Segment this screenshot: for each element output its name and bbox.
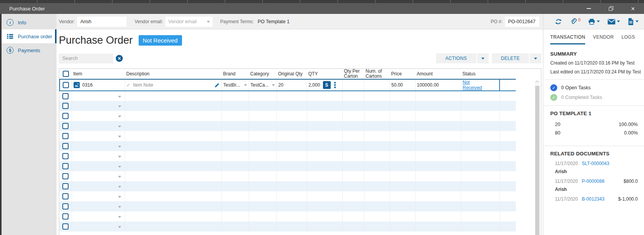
empty-table-row[interactable] xyxy=(60,151,516,161)
close-button[interactable]: × xyxy=(622,3,644,14)
empty-table-row[interactable] xyxy=(60,171,516,181)
row-checkbox[interactable] xyxy=(62,163,69,169)
empty-table-row[interactable] xyxy=(60,161,516,171)
item-image-icon[interactable] xyxy=(74,82,80,88)
row-checkbox[interactable] xyxy=(62,113,69,119)
chevron-down-icon[interactable] xyxy=(118,166,121,168)
row-checkbox[interactable] xyxy=(62,103,69,109)
empty-table-row[interactable] xyxy=(60,221,516,232)
chevron-down-icon[interactable] xyxy=(118,146,121,148)
print-button[interactable] xyxy=(588,18,600,26)
actions-button[interactable]: ACTIONS xyxy=(436,53,476,63)
chevron-down-icon[interactable] xyxy=(118,116,121,118)
row-checkbox[interactable] xyxy=(62,143,69,149)
column-header-original-qty[interactable]: Original Qty xyxy=(276,69,307,79)
column-header-amount[interactable]: Amount xyxy=(415,69,461,79)
edit-pencil-icon[interactable] xyxy=(214,82,220,88)
row-checkbox[interactable] xyxy=(62,133,69,139)
sidebar-item-info[interactable]: Info xyxy=(2,15,57,29)
scrollbar-thumb[interactable] xyxy=(535,86,539,235)
empty-table-row[interactable] xyxy=(60,201,516,211)
column-header-qty[interactable]: QTY xyxy=(307,69,342,79)
qty-s-button[interactable]: S xyxy=(323,81,331,89)
qty-per-carton-cell[interactable] xyxy=(342,79,364,91)
chevron-down-icon[interactable] xyxy=(118,136,121,138)
row-status-link[interactable]: Not Received xyxy=(463,80,488,90)
empty-table-row[interactable] xyxy=(60,91,516,101)
row-checkbox[interactable] xyxy=(62,203,69,209)
column-header-num-of-cartons[interactable]: Num. of Cartons xyxy=(364,69,390,79)
minimize-button[interactable] xyxy=(578,3,600,14)
amount-cell[interactable]: 100000.00 xyxy=(415,79,461,91)
column-header-price[interactable]: Price xyxy=(390,69,415,79)
column-header-qty-per-carton[interactable]: Qty Per Carton xyxy=(342,69,364,79)
vendor-email-combobox[interactable] xyxy=(165,17,213,27)
payment-terms-value[interactable]: PO Template 1 xyxy=(258,19,289,24)
delete-button[interactable]: DELETE xyxy=(492,53,529,63)
po-number-input[interactable] xyxy=(505,17,539,27)
table-scrollbar[interactable] xyxy=(535,80,540,235)
row-checkbox[interactable] xyxy=(62,173,69,179)
actions-dropdown-button[interactable] xyxy=(477,53,489,63)
column-header-item[interactable]: Item xyxy=(72,69,125,79)
row-checkbox[interactable] xyxy=(62,93,69,99)
empty-table-row[interactable] xyxy=(60,191,516,201)
empty-table-row[interactable] xyxy=(60,111,516,121)
sidebar-item-purchase-order[interactable]: Purchase order xyxy=(2,29,57,43)
restore-button[interactable] xyxy=(600,3,622,14)
refresh-button[interactable] xyxy=(555,18,562,26)
row-checkbox[interactable] xyxy=(62,123,69,129)
search-input[interactable] xyxy=(59,54,113,63)
chevron-down-icon[interactable] xyxy=(118,156,121,158)
scroll-up-icon[interactable] xyxy=(536,81,539,84)
chevron-down-icon[interactable] xyxy=(597,20,600,22)
export-document-button[interactable] xyxy=(627,18,639,26)
tab-transaction[interactable]: TRANSACTION xyxy=(550,34,585,44)
empty-table-row[interactable] xyxy=(60,141,516,151)
brand-combobox[interactable]: TestBr... xyxy=(223,82,247,88)
item-number[interactable]: 0316 xyxy=(82,82,93,88)
select-all-checkbox[interactable] xyxy=(63,71,69,77)
chevron-down-icon[interactable] xyxy=(617,20,620,22)
chevron-down-icon[interactable] xyxy=(635,20,639,22)
chevron-down-icon[interactable] xyxy=(118,106,121,107)
row-checkbox[interactable] xyxy=(62,213,69,220)
document-link[interactable]: B-0012343 xyxy=(582,196,605,202)
document-link[interactable]: SLT-0000043 xyxy=(582,161,609,166)
chevron-down-icon[interactable] xyxy=(207,21,210,23)
category-combobox[interactable]: TestCa... xyxy=(251,82,275,88)
item-note[interactable]: Item Note xyxy=(133,82,153,88)
chevron-down-icon[interactable] xyxy=(118,186,121,188)
attachments-button[interactable]: 0 xyxy=(570,18,580,26)
table-row[interactable]: 0316 Item Note xyxy=(60,79,516,91)
chevron-down-icon[interactable] xyxy=(118,206,121,208)
column-header-status[interactable]: Status xyxy=(461,69,500,79)
vendor-input[interactable] xyxy=(77,17,127,27)
chevron-down-icon[interactable] xyxy=(118,196,121,198)
document-link[interactable]: P-0000086 xyxy=(582,179,605,184)
delete-dropdown-button[interactable] xyxy=(530,53,541,63)
email-button[interactable] xyxy=(607,18,620,26)
sidebar-item-payments[interactable]: Payments xyxy=(2,43,57,57)
vendor-email-input[interactable] xyxy=(165,17,213,27)
row-checkbox[interactable] xyxy=(62,183,69,189)
price-cell[interactable]: 50.00 xyxy=(390,79,415,91)
original-qty-cell[interactable]: 20 xyxy=(276,79,307,91)
chevron-down-icon[interactable] xyxy=(118,176,121,178)
tab-logs[interactable]: LOGS xyxy=(622,34,635,44)
chevron-down-icon[interactable] xyxy=(118,126,121,128)
row-checkbox[interactable] xyxy=(62,193,69,199)
column-header-description[interactable]: Description xyxy=(125,69,222,79)
clear-search-button[interactable] xyxy=(116,55,123,62)
chevron-down-icon[interactable] xyxy=(118,226,121,228)
tab-vendor[interactable]: VENDOR xyxy=(593,34,614,44)
chevron-down-icon[interactable] xyxy=(118,216,121,218)
empty-table-row[interactable] xyxy=(60,131,516,141)
kebab-menu-icon[interactable] xyxy=(334,82,336,83)
empty-table-row[interactable] xyxy=(60,101,516,111)
row-checkbox[interactable] xyxy=(63,82,69,88)
column-header-brand[interactable]: Brand xyxy=(222,69,249,79)
qty-value[interactable]: 2,000 xyxy=(309,82,320,88)
empty-table-row[interactable] xyxy=(60,121,516,131)
empty-table-row[interactable] xyxy=(60,181,516,191)
